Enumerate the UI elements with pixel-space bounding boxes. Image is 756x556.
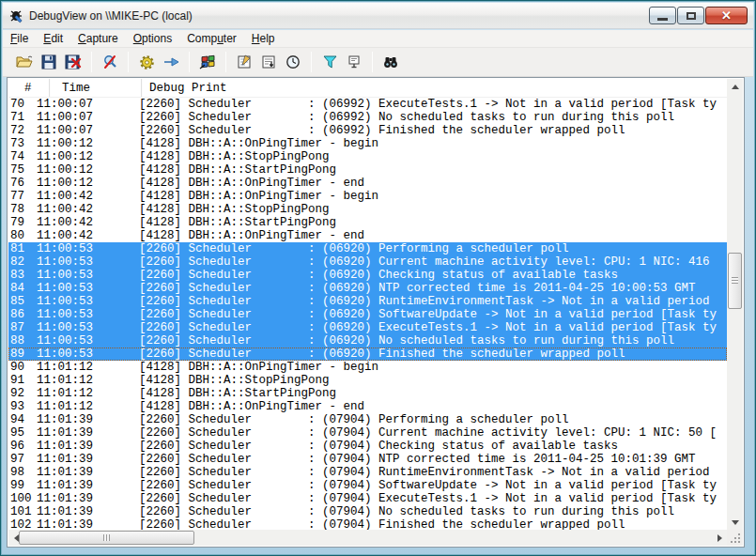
row-message: [2260] Scheduler : (07904) SoftwareUpdat… — [139, 479, 727, 492]
row-time: 11:01:39 — [37, 505, 139, 518]
row-message: [4128] DBH::A::OnPingTimer - begin — [139, 361, 727, 374]
arrow-right-icon — [717, 534, 722, 542]
filter-button[interactable] — [317, 51, 342, 73]
menu-item-edit[interactable]: Edit — [36, 30, 70, 47]
autoscroll-button[interactable] — [256, 51, 281, 73]
row-number: 70 — [8, 98, 37, 111]
capture-events-button[interactable] — [232, 51, 256, 73]
title-bar[interactable]: DebugView on \\MIKE-PC (local) ✕ — [3, 3, 753, 29]
close-button[interactable]: ✕ — [705, 7, 748, 24]
capture-button[interactable] — [98, 51, 122, 73]
find-button[interactable] — [378, 51, 403, 73]
debugview-window: DebugView on \\MIKE-PC (local) ✕ FileEdi… — [0, 0, 756, 556]
log-row-75[interactable]: 7511:00:12[4128] DBH::A::StartPingPong — [8, 163, 727, 177]
capture-kernel-button[interactable] — [134, 51, 159, 73]
row-message: [4128] DBH::A::StopPingPong — [139, 203, 727, 216]
highlight-button[interactable] — [342, 51, 366, 73]
row-message: [4128] DBH::A::StopPingPong — [139, 150, 727, 163]
row-number: 81 — [8, 242, 37, 255]
capture-win32-icon — [199, 54, 216, 70]
menu-item-help[interactable]: Help — [244, 30, 283, 47]
open-log-button[interactable] — [12, 51, 37, 73]
log-row-91[interactable]: 9111:01:12[4128] DBH::A::StopPingPong — [8, 374, 727, 387]
log-row-73[interactable]: 7311:00:12[4128] DBH::A::OnPingTimer - b… — [8, 137, 727, 150]
log-row-97[interactable]: 9711:01:39[2260] Scheduler : (07904) NTP… — [8, 453, 727, 466]
menu-item-options[interactable]: Options — [126, 30, 179, 47]
log-row-71[interactable]: 7111:00:07[2260] Scheduler : (06992) No … — [8, 111, 727, 124]
log-row-85[interactable]: 8511:00:53[2260] Scheduler : (06920) Run… — [8, 295, 727, 308]
maximize-button[interactable] — [677, 7, 704, 24]
menu-item-capture[interactable]: Capture — [70, 30, 126, 47]
row-number: 74 — [8, 150, 37, 163]
row-time: 11:01:39 — [37, 518, 139, 530]
clock-time-button[interactable] — [281, 51, 305, 73]
log-row-89[interactable]: 8911:00:53[2260] Scheduler : (06920) Fin… — [8, 348, 727, 361]
log-row-86[interactable]: 8611:00:53[2260] Scheduler : (06920) Sof… — [8, 308, 727, 321]
row-number: 90 — [8, 361, 37, 374]
row-number: 73 — [8, 137, 37, 150]
log-row-92[interactable]: 9211:01:12[4128] DBH::A::StartPingPong — [8, 387, 727, 400]
log-row-96[interactable]: 9611:01:39[2260] Scheduler : (07904) Che… — [8, 440, 727, 453]
log-row-98[interactable]: 9811:01:39[2260] Scheduler : (07904) Run… — [8, 466, 727, 479]
thumb-grip-icon — [732, 277, 738, 284]
row-number: 88 — [8, 334, 37, 348]
log-row-70[interactable]: 7011:00:07[2260] Scheduler : (06992) Exe… — [8, 98, 727, 111]
row-message: [2260] Scheduler : (07904) Finished the … — [139, 518, 727, 530]
row-time: 11:01:12 — [37, 400, 139, 413]
log-row-84[interactable]: 8411:00:53[2260] Scheduler : (06920) NTP… — [8, 282, 727, 295]
scroll-down-button[interactable] — [727, 515, 743, 530]
row-message: [2260] Scheduler : (06920) No scheduled … — [139, 334, 727, 348]
log-row-88[interactable]: 8811:00:53[2260] Scheduler : (06920) No … — [8, 334, 727, 348]
log-row-72[interactable]: 7211:00:07[2260] Scheduler : (06992) Fin… — [8, 124, 727, 137]
toolbar-separator — [128, 52, 129, 72]
log-row-100[interactable]: 10011:01:39[2260] Scheduler : (07904) Ex… — [8, 492, 727, 505]
log-row-94[interactable]: 9411:01:39[2260] Scheduler : (07904) Per… — [8, 413, 727, 426]
log-row-101[interactable]: 10111:01:39[2260] Scheduler : (07904) No… — [8, 505, 727, 518]
log-row-82[interactable]: 8211:00:53[2260] Scheduler : (06920) Cur… — [8, 255, 727, 269]
log-row-93[interactable]: 9311:01:12[4128] DBH::A::OnPingTimer - e… — [8, 400, 727, 413]
log-row-80[interactable]: 8011:00:42[4128] DBH::A::OnPingTimer - e… — [8, 229, 727, 242]
log-to-file-button[interactable] — [61, 51, 85, 73]
row-message: [2260] Scheduler : (06920) RuntimeEnviro… — [139, 295, 727, 308]
menu-item-file[interactable]: File — [3, 30, 36, 47]
list-header: # Time Debug Print — [8, 79, 727, 98]
minimize-button[interactable] — [649, 7, 676, 24]
row-message: [2260] Scheduler : (07904) Performing a … — [139, 413, 727, 426]
log-row-102[interactable]: 10211:01:39[2260] Scheduler : (07904) Fi… — [8, 518, 727, 530]
row-message: [2260] Scheduler : (06920) NTP corrected… — [139, 282, 727, 295]
column-header-number[interactable]: # — [8, 79, 50, 97]
column-header-debug-print[interactable]: Debug Print — [142, 79, 727, 97]
horizontal-scrollbar-thumb[interactable] — [19, 531, 194, 545]
row-number: 78 — [8, 203, 37, 216]
log-row-76[interactable]: 7611:00:12[4128] DBH::A::OnPingTimer - e… — [8, 177, 727, 190]
log-row-99[interactable]: 9911:01:39[2260] Scheduler : (07904) Sof… — [8, 479, 727, 492]
filter-icon — [322, 54, 338, 70]
vertical-scrollbar[interactable] — [727, 79, 743, 530]
menu-bar: FileEditCaptureOptionsComputerHelp — [3, 30, 753, 47]
log-row-77[interactable]: 7711:00:42[4128] DBH::A::OnPingTimer - b… — [8, 190, 727, 203]
log-row-81[interactable]: 8111:00:53[2260] Scheduler : (06920) Per… — [8, 242, 727, 255]
vertical-scrollbar-thumb[interactable] — [728, 253, 742, 309]
row-number: 89 — [8, 348, 37, 361]
debugview-bug-icon — [8, 8, 23, 23]
column-header-time[interactable]: Time — [50, 79, 142, 97]
scroll-right-button[interactable] — [712, 530, 727, 546]
row-message: [4128] DBH::A::OnPingTimer - end — [139, 229, 727, 242]
toolbar — [3, 47, 753, 77]
log-row-83[interactable]: 8311:00:53[2260] Scheduler : (06920) Che… — [8, 269, 727, 282]
log-row-95[interactable]: 9511:01:39[2260] Scheduler : (07904) Cur… — [8, 426, 727, 440]
log-row-78[interactable]: 7811:00:42[4128] DBH::A::StopPingPong — [8, 203, 727, 216]
row-message: [2260] Scheduler : (06920) SoftwareUpdat… — [139, 308, 727, 321]
scroll-up-button[interactable] — [727, 79, 743, 94]
log-row-74[interactable]: 7411:00:12[4128] DBH::A::StopPingPong — [8, 150, 727, 163]
log-row-90[interactable]: 9011:01:12[4128] DBH::A::OnPingTimer - b… — [8, 361, 727, 374]
save-button[interactable] — [37, 51, 61, 73]
capture-win32-button[interactable] — [195, 51, 220, 73]
log-row-87[interactable]: 8711:00:53[2260] Scheduler : (06920) Exe… — [8, 321, 727, 334]
horizontal-scrollbar[interactable] — [8, 530, 727, 546]
row-time: 11:01:39 — [37, 492, 139, 505]
menu-item-computer[interactable]: Computer — [179, 30, 244, 47]
passthrough-button[interactable] — [159, 51, 183, 73]
log-row-79[interactable]: 7911:00:42[4128] DBH::A::StartPingPong — [8, 216, 727, 229]
resize-grip[interactable] — [727, 530, 743, 546]
